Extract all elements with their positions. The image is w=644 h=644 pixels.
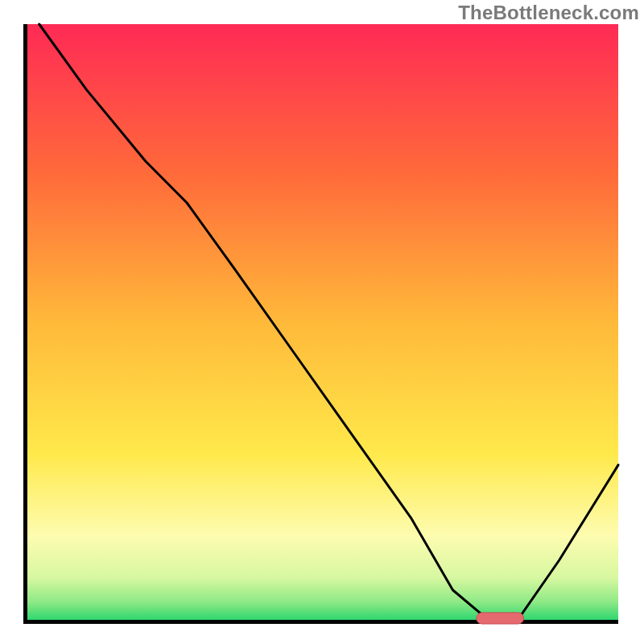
y-axis [23, 24, 27, 624]
bottleneck-chart: TheBottleneck.com [0, 0, 644, 644]
optimal-range-marker [477, 613, 524, 624]
chart-svg [0, 0, 644, 644]
watermark-text: TheBottleneck.com [458, 2, 639, 24]
x-axis [23, 620, 618, 624]
plot-background [27, 24, 618, 620]
